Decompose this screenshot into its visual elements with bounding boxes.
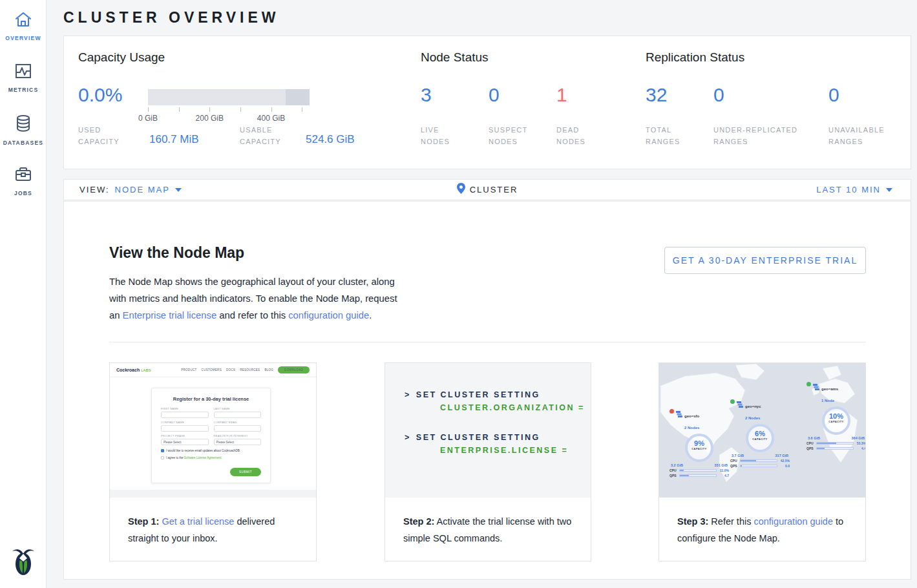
divider (109, 342, 866, 342)
cluster-summary-panel: Capacity Usage 0.0% 0 GiB 200 GiB 400 Gi… (63, 36, 911, 169)
time-range-value: LAST 10 MIN (816, 185, 881, 194)
sidebar: OVERVIEW METRICS DATABASES JOBS (0, 0, 47, 588)
sidebar-item-databases[interactable]: DATABASES (0, 114, 47, 146)
used-capacity-value: 160.7 MiB (149, 133, 199, 146)
capacity-bar-segment (286, 89, 310, 105)
step-1-caption: Step 1: Get a trial license delivered st… (110, 498, 316, 547)
total-ranges-label: TOTAL RANGES (646, 124, 697, 147)
sidebar-item-label: DATABASES (0, 140, 47, 146)
suspect-nodes-value: 0 (489, 84, 500, 106)
step-1-card: Cockroach LABS PRODUCT CUSTOMERS DOCS RE… (109, 362, 317, 562)
capacity-bar: 0 GiB 200 GiB 400 GiB (148, 89, 310, 124)
mini-nav-link: RESOURCES (240, 368, 260, 372)
page-title: CLUSTER OVERVIEW (63, 9, 280, 26)
cluster-breadcrumb: CLUSTER (64, 183, 911, 196)
locality-ams: geo=ams1 Node 10% CAPACITY 3.6 GiB364 Gi… (806, 381, 865, 450)
mini-download-button: DOWNLOAD (278, 366, 310, 373)
used-capacity-label: USED CAPACITY (78, 124, 136, 147)
enterprise-trial-license-link[interactable]: Enterprise trial license (123, 310, 217, 320)
mini-submit-button: SUBMIT (230, 468, 261, 476)
cockroachdb-logo (10, 545, 36, 576)
capacity-axis-ticks (148, 107, 310, 112)
under-replicated-ranges-value: 0 (713, 84, 724, 106)
jobs-icon (0, 165, 47, 186)
capacity-axis-labels: 0 GiB 200 GiB 400 GiB (148, 114, 310, 124)
sidebar-item-metrics[interactable]: METRICS (0, 62, 47, 93)
step-2-caption: Step 2: Activate the trial license with … (385, 498, 591, 547)
step-3-caption: Step 3: Refer this configuration guide t… (659, 498, 865, 547)
dead-nodes-label: DEAD NODES (556, 124, 602, 147)
node-map-panel: View the Node Map The Node Map shows the… (63, 201, 911, 580)
unavailable-ranges-value: 0 (828, 84, 839, 106)
node-stack-icon (737, 399, 743, 410)
live-nodes-value: 3 (421, 84, 432, 106)
mini-registration-form: Register for a 30-day trial license FIRS… (151, 388, 271, 483)
capacity-ring: 9% CAPACITY (685, 434, 713, 462)
home-icon (0, 10, 47, 31)
get-enterprise-trial-button[interactable]: GET A 30-DAY ENTERPRISE TRIAL (664, 247, 866, 274)
replication-status-title: Replication Status (646, 50, 744, 65)
trial-license-screenshot: Cockroach LABS PRODUCT CUSTOMERS DOCS RE… (110, 363, 316, 498)
sidebar-item-overview[interactable]: OVERVIEW (0, 10, 47, 41)
total-ranges-value: 32 (646, 84, 667, 106)
node-stack-icon (676, 408, 682, 420)
live-nodes-label: LIVE NODES (421, 124, 466, 147)
status-dot-dead (669, 409, 674, 414)
configuration-guide-link[interactable]: configuration guide (754, 516, 833, 527)
mini-nav-link: PRODUCT (181, 368, 196, 372)
step-label: Step 1: (128, 516, 159, 527)
capacity-ring: 10% CAPACITY (822, 406, 850, 435)
sidebar-item-label: METRICS (0, 87, 47, 93)
metrics-icon (0, 62, 47, 83)
step-label: Step 3: (677, 516, 708, 527)
node-map-description: The Node Map shows the geographical layo… (109, 273, 405, 324)
capacity-used-percent: 0.0% (78, 84, 122, 106)
mini-nav-link: BLOG (264, 368, 273, 372)
sql-commands-graphic: >SET CLUSTER SETTING CLUSTER.ORGANIZATIO… (385, 363, 591, 498)
node-stack-icon (813, 381, 819, 393)
dead-nodes-value: 1 (556, 84, 567, 106)
usable-capacity-value: 524.6 GiB (306, 133, 355, 146)
step-2-card: >SET CLUSTER SETTING CLUSTER.ORGANIZATIO… (385, 362, 591, 562)
axis-label: 200 GiB (196, 114, 224, 123)
node-status-title: Node Status (421, 50, 489, 65)
axis-label: 400 GiB (257, 114, 285, 123)
map-pin-icon (457, 183, 465, 196)
status-dot-live (806, 382, 811, 386)
node-map-preview: geo=sfo2 Nodes 9% CAPACITY 3.2 GiB331 Gi… (659, 363, 865, 498)
status-dot-live (730, 399, 735, 404)
get-trial-license-link[interactable]: Get a trial license (162, 516, 234, 527)
chevron-down-icon (886, 188, 892, 192)
description-text: . (369, 310, 372, 320)
unavailable-ranges-label: UNAVAILABLE RANGES (828, 124, 900, 147)
configuration-guide-link[interactable]: configuration guide (288, 310, 369, 320)
mini-brand: Cockroach LABS (116, 368, 151, 372)
view-bar: VIEW: NODE MAP CLUSTER LAST 10 MIN (63, 179, 911, 200)
usable-capacity-label: USABLE CAPACITY (240, 124, 298, 147)
suspect-nodes-label: SUSPECT NODES (489, 124, 534, 147)
databases-icon (0, 114, 47, 136)
capacity-usage-title: Capacity Usage (78, 50, 165, 65)
mini-nav-link: DOCS (226, 368, 235, 372)
time-range-selector[interactable]: LAST 10 MIN (816, 185, 892, 194)
mini-site-nav: Cockroach LABS PRODUCT CUSTOMERS DOCS RE… (110, 363, 316, 377)
capacity-bar-track (148, 89, 310, 105)
node-map-heading: View the Node Map (109, 244, 244, 262)
step-3-card: geo=sfo2 Nodes 9% CAPACITY 3.2 GiB331 Gi… (659, 362, 866, 562)
sidebar-item-label: OVERVIEW (0, 35, 47, 41)
capacity-ring: 6% CAPACITY (746, 424, 774, 452)
cluster-label: CLUSTER (470, 185, 518, 194)
description-text: and refer to this (216, 310, 288, 320)
locality-nyc: geo=nyc2 Nodes 6% CAPACITY 3.7 GiB317 Gi… (730, 399, 790, 468)
step-label: Step 2: (403, 516, 434, 527)
locality-sfo: geo=sfo2 Nodes 9% CAPACITY 3.2 GiB331 Gi… (669, 408, 729, 478)
sidebar-item-label: JOBS (0, 190, 47, 196)
sidebar-item-jobs[interactable]: JOBS (0, 165, 47, 196)
under-replicated-ranges-label: UNDER-REPLICATED RANGES (713, 124, 820, 147)
axis-label: 0 GiB (138, 114, 158, 123)
mini-nav-link: CUSTOMERS (202, 368, 222, 372)
mini-form-title: Register for a 30-day trial license (161, 396, 261, 402)
